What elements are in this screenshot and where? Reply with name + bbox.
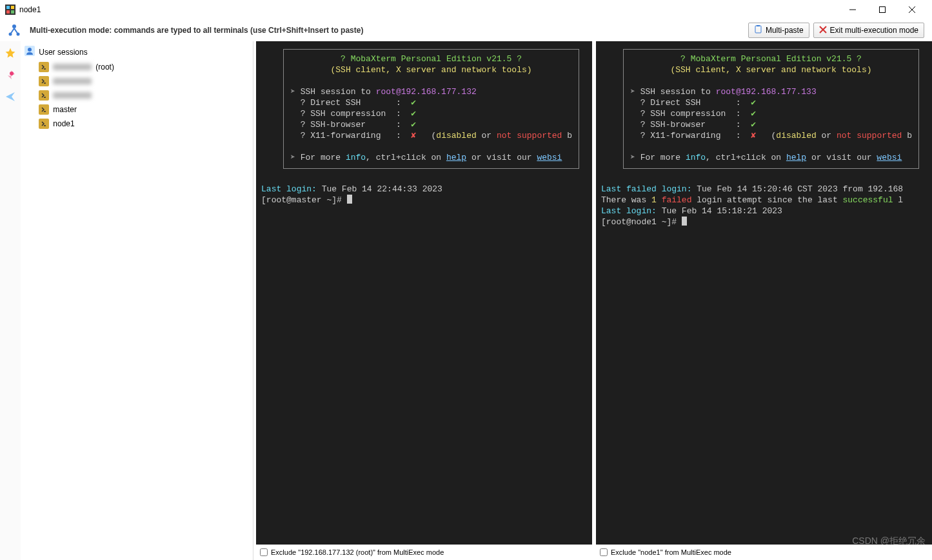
- session-label: node1: [53, 119, 74, 128]
- session-icon: [39, 104, 49, 115]
- exit-label: Exit multi-execution mode: [830, 26, 918, 35]
- svg-point-18: [28, 48, 32, 52]
- multiexec-mode-text: Multi-execution mode: commands are typed…: [30, 26, 363, 35]
- svg-point-16: [10, 72, 14, 75]
- sessions-header[interactable]: User sessions: [21, 44, 253, 60]
- close-button[interactable]: [897, 0, 927, 19]
- session-label-redacted: [53, 92, 92, 99]
- exclude-right-checkbox[interactable]: [600, 548, 608, 556]
- exit-multiexec-button[interactable]: Exit multi-execution mode: [813, 23, 924, 38]
- multipaste-label: Multi-paste: [766, 26, 804, 35]
- exclude-left-checkbox[interactable]: [260, 548, 268, 556]
- svg-rect-2: [11, 6, 14, 9]
- app-icon: [5, 5, 15, 15]
- terminal-grid: ? MobaXterm Personal Edition v21.5 ?(SSH…: [253, 41, 932, 560]
- session-icon: [39, 76, 49, 86]
- close-icon: [819, 26, 827, 35]
- svg-point-11: [17, 33, 20, 36]
- svg-point-9: [12, 24, 16, 28]
- svg-rect-12: [755, 26, 761, 33]
- session-label-redacted: [53, 78, 92, 84]
- terminal-right[interactable]: ? MobaXterm Personal Edition v21.5 ?(SSH…: [596, 41, 932, 545]
- multiexec-toolbar: Multi-execution mode: commands are typed…: [0, 19, 932, 41]
- sessions-sidebar: User sessions (root)masternode1: [21, 41, 253, 560]
- terminal-left[interactable]: ? MobaXterm Personal Edition v21.5 ?(SSH…: [256, 41, 592, 545]
- multipaste-button[interactable]: Multi-paste: [748, 23, 809, 38]
- session-item[interactable]: [21, 74, 253, 88]
- svg-rect-4: [11, 10, 14, 14]
- svg-rect-3: [6, 10, 10, 14]
- sessions-header-label: User sessions: [39, 48, 87, 57]
- svg-rect-1: [6, 6, 10, 9]
- exclude-right-label: Exclude "node1" from MultiExec mode: [611, 548, 731, 556]
- svg-rect-6: [880, 7, 886, 13]
- user-sessions-icon: [25, 46, 35, 58]
- terminal-left-column: ? MobaXterm Personal Edition v21.5 ?(SSH…: [256, 41, 592, 560]
- main-area: User sessions (root)masternode1 ? MobaXt…: [0, 41, 932, 560]
- minimize-button[interactable]: [838, 0, 868, 19]
- terminal-left-footer: Exclude "192.168.177.132 (root)" from Mu…: [256, 545, 592, 560]
- session-item[interactable]: [21, 88, 253, 102]
- session-icon: [39, 62, 49, 72]
- window-controls: [838, 0, 927, 19]
- session-icon: [39, 90, 49, 101]
- terminal-right-footer: Exclude "node1" from MultiExec mode: [596, 545, 932, 560]
- terminal-right-column: ? MobaXterm Personal Edition v21.5 ?(SSH…: [596, 41, 932, 560]
- send-icon[interactable]: [1, 88, 19, 106]
- session-label: master: [53, 105, 77, 114]
- pin-icon[interactable]: [1, 66, 19, 84]
- svg-rect-13: [757, 25, 760, 26]
- svg-point-10: [9, 33, 12, 36]
- session-item[interactable]: master: [21, 102, 253, 117]
- session-icon: [39, 119, 49, 129]
- clipboard-icon: [754, 25, 762, 35]
- session-suffix: (root): [95, 63, 114, 72]
- star-icon[interactable]: [1, 44, 19, 62]
- multiexec-icon: [6, 23, 22, 38]
- maximize-button[interactable]: [868, 0, 897, 19]
- session-label-redacted: [53, 64, 92, 70]
- window-title: node1: [19, 5, 41, 14]
- session-item[interactable]: node1: [21, 117, 253, 131]
- titlebar: node1: [0, 0, 932, 19]
- session-item[interactable]: (root): [21, 60, 253, 74]
- left-iconbar: [0, 41, 21, 560]
- exclude-left-label: Exclude "192.168.177.132 (root)" from Mu…: [271, 548, 444, 556]
